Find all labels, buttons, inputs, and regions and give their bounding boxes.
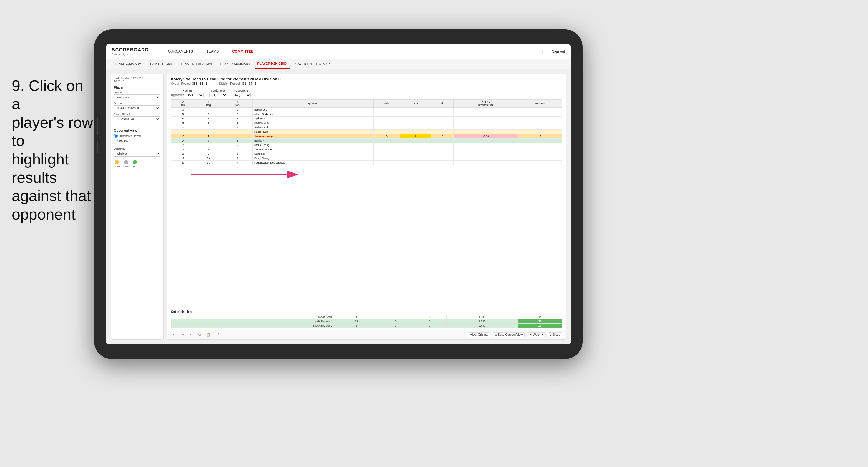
tab-team-h2h-grid[interactable]: TEAM H2H GRID bbox=[145, 59, 177, 68]
player-rank-label: Player (Rank) bbox=[114, 113, 160, 116]
opponent-select[interactable]: (All) bbox=[233, 93, 251, 97]
nav-tournaments[interactable]: TOURNAMENTS bbox=[164, 48, 195, 55]
nav-teams[interactable]: TEAMS bbox=[204, 48, 221, 55]
gender-label: Gender bbox=[114, 91, 160, 94]
table-row[interactable]: 31 Esther Lee bbox=[171, 108, 562, 112]
undo-button[interactable]: ↩ bbox=[171, 332, 177, 337]
player-rank-select[interactable]: 8. Katelyn Vo bbox=[114, 116, 160, 122]
tablet-screen: SCOREBOARD Powered by clippd TOURNAMENTS… bbox=[106, 44, 571, 344]
table-container: #Div #Reg #Conf Opponent Win Loss Tie Di… bbox=[167, 99, 566, 308]
refresh-button[interactable]: ↺ bbox=[215, 332, 221, 337]
table-row[interactable]: 19106 Emily Chang bbox=[171, 156, 562, 161]
table-row[interactable]: 1585 Stella Cheng bbox=[171, 143, 562, 148]
tab-player-h2h-grid[interactable]: PLAYER H2H GRID bbox=[254, 59, 289, 68]
nav-committee[interactable]: COMMITTEE bbox=[230, 48, 256, 55]
table-row[interactable]: 1822 Euna Lee bbox=[171, 152, 562, 156]
col-reg: #Reg bbox=[195, 100, 222, 108]
tab-team-h2h-heatmap[interactable]: TEAM H2H HEATMAP bbox=[178, 59, 216, 68]
filter-row: Region Opponents: (All) Conference ( bbox=[167, 87, 566, 99]
out-of-division-title: Out of division bbox=[171, 310, 562, 313]
right-panel: Katelyn Vo Head-to-Head Grid for Women's… bbox=[167, 73, 566, 340]
table-row[interactable]: 1063 Andrea York bbox=[171, 125, 562, 130]
colour-by-label: Colour by bbox=[114, 148, 160, 150]
opponent-option-top100: Top 100 bbox=[114, 138, 160, 143]
table-row[interactable]: Haejo Hyun bbox=[171, 130, 562, 134]
annotation-text: 9. Click on a player's row to highlight … bbox=[12, 76, 94, 223]
region-filter: Region Opponents: (All) bbox=[171, 89, 204, 97]
table-row[interactable]: 1691 Jessica Mason bbox=[171, 148, 562, 152]
col-loss: Loss bbox=[400, 100, 431, 108]
table-row[interactable]: 522 Alexis Sudjianto bbox=[171, 112, 562, 117]
redo-button[interactable]: ↪ bbox=[180, 332, 186, 337]
division-select[interactable]: NCAA Division III bbox=[114, 105, 160, 111]
col-win: Win bbox=[373, 100, 400, 108]
division-label: Division bbox=[114, 102, 160, 105]
left-panel: Last Updated: 27/03/2024 16:55:28 Player… bbox=[111, 73, 164, 340]
region-select[interactable]: (All) bbox=[186, 93, 204, 97]
col-conf: #Conf bbox=[222, 100, 252, 108]
player-section-title: Player bbox=[114, 86, 160, 89]
table-row[interactable]: 914 Sharon Mun bbox=[171, 121, 562, 125]
save-custom-view-button[interactable]: ⊞ Save Custom View bbox=[493, 332, 525, 337]
logo-title: SCOREBOARD bbox=[112, 48, 149, 53]
colour-by-select[interactable]: Win/loss bbox=[114, 151, 160, 157]
sign-out-button[interactable]: Sign out bbox=[552, 50, 565, 54]
player-h2h-table: #Div #Reg #Conf Opponent Win Loss Tie Di… bbox=[171, 99, 562, 165]
colour-level bbox=[124, 160, 128, 164]
colour-legend: Down Level Up bbox=[114, 160, 160, 168]
col-rounds: Rounds bbox=[518, 100, 562, 108]
tab-player-h2h-heatmap[interactable]: PLAYER H2H HEATMAP bbox=[291, 59, 333, 68]
timestamp: Last Updated: 27/03/2024 16:55:28 bbox=[114, 77, 160, 83]
view-original-button[interactable]: View: Original bbox=[468, 332, 491, 337]
out-of-division: Out of division Foreign Team 1004.5002 N… bbox=[167, 308, 566, 330]
paste-button[interactable]: 📋 bbox=[205, 332, 212, 337]
colour-up bbox=[133, 160, 137, 164]
out-div-row-foreign[interactable]: Foreign Team 1004.5002 bbox=[171, 315, 562, 319]
col-tie: Tie bbox=[431, 100, 454, 108]
col-div: #Div bbox=[171, 100, 195, 108]
table-row[interactable]: 613 Sydney Kuo bbox=[171, 117, 562, 121]
table-row[interactable]: 20117 Federica Domecq Lacroze bbox=[171, 161, 562, 165]
conference-select[interactable]: (All) bbox=[210, 93, 227, 97]
table-row-selected[interactable]: 131 Jessica Huang 010-3.002 bbox=[171, 134, 562, 138]
overall-record: Overall Record: 353 - 34 - 6 bbox=[171, 82, 207, 85]
tab-team-summary[interactable]: TEAM SUMMARY bbox=[112, 59, 144, 68]
grid-header: Katelyn Vo Head-to-Head Grid for Women's… bbox=[167, 74, 566, 87]
nav-bar: SCOREBOARD Powered by clippd TOURNAMENTS… bbox=[106, 44, 571, 59]
back-button[interactable]: ↩ bbox=[188, 332, 194, 337]
out-div-row-naia1[interactable]: NAIA Division 1 15009.26730 bbox=[171, 319, 562, 324]
colour-section: Colour by Win/loss Down Level bbox=[114, 148, 160, 168]
opponent-view-title: Opponent view bbox=[114, 129, 160, 132]
opponent-filter: Opponent (All) bbox=[233, 89, 251, 97]
tab-player-summary[interactable]: PLAYER SUMMARY bbox=[217, 59, 253, 68]
bottom-toolbar: ↩ ↪ ↩ ⧉ 📋 ↺ View: Original ⊞ Save Custom… bbox=[167, 330, 566, 339]
table-row[interactable]: 1474 Eunice Yi bbox=[171, 138, 562, 143]
copy-button[interactable]: ⧉ bbox=[196, 332, 203, 337]
grid-records: Overall Record: 353 - 34 - 6 Division Re… bbox=[171, 82, 562, 85]
colour-down bbox=[115, 160, 119, 164]
out-of-division-table: Foreign Team 1004.5002 NAIA Division 1 1… bbox=[171, 315, 562, 328]
col-opponent: Opponent bbox=[252, 100, 373, 108]
out-div-row-ncaa2[interactable]: NCAA Division 2 5007.40010 bbox=[171, 324, 562, 328]
tablet-frame: SCOREBOARD Powered by clippd TOURNAMENTS… bbox=[94, 29, 583, 359]
division-record: Division Record: 331 - 34 - 6 bbox=[219, 82, 256, 85]
gender-select[interactable]: Women's bbox=[114, 94, 160, 100]
conference-filter: Conference (All) bbox=[210, 89, 227, 97]
share-button[interactable]: ⤴ Share bbox=[548, 332, 562, 337]
col-diff: Diff AvStrokes/Rnd bbox=[454, 100, 518, 108]
main-content: Last Updated: 27/03/2024 16:55:28 Player… bbox=[106, 69, 571, 344]
logo-subtitle: Powered by clippd bbox=[112, 53, 149, 56]
opponent-option-played: Opponents Played bbox=[114, 134, 160, 138]
grid-title: Katelyn Vo Head-to-Head Grid for Women's… bbox=[171, 77, 562, 81]
sub-nav: TEAM SUMMARY TEAM H2H GRID TEAM H2H HEAT… bbox=[106, 59, 571, 69]
watch-button[interactable]: 👁 Watch ▾ bbox=[527, 332, 546, 337]
logo: SCOREBOARD Powered by clippd bbox=[112, 48, 149, 56]
